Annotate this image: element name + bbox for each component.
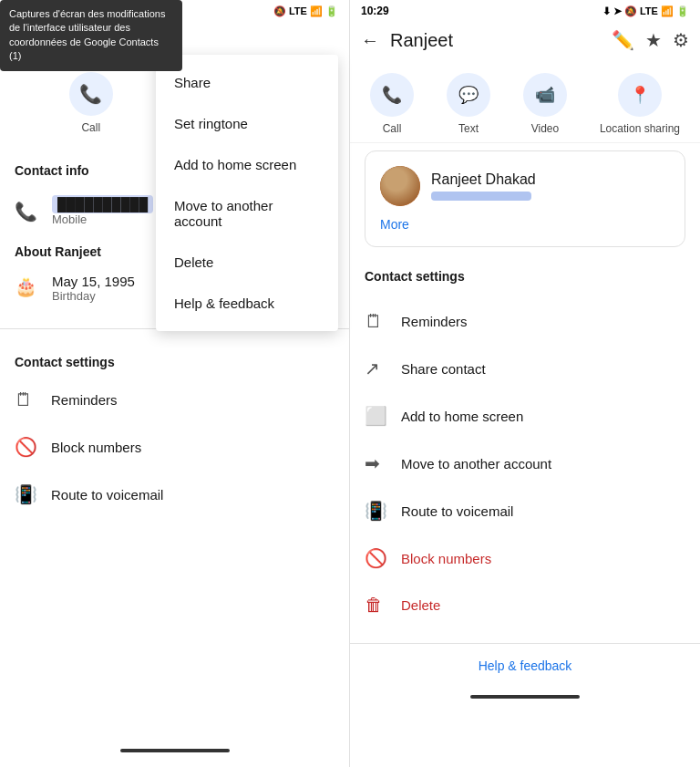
right-share-icon: ↗: [365, 358, 386, 379]
right-delete-item[interactable]: 🗑 Delete: [350, 582, 700, 628]
right-location-icon: 📍: [618, 73, 662, 117]
contact-name: Ranjeet Dhakad: [431, 171, 536, 188]
dropdown-add-home[interactable]: Add to home screen: [156, 144, 338, 185]
left-reminders-item[interactable]: 🗒 Reminders: [0, 377, 349, 423]
right-contact-title: Ranjeet: [390, 30, 601, 51]
right-call-button[interactable]: 📞 Call: [370, 73, 414, 135]
left-call-button[interactable]: 📞 Call: [69, 72, 113, 134]
left-status-icons: 🔕 LTE 📶 🔋: [273, 5, 338, 17]
right-time: 10:29: [361, 5, 389, 17]
left-settings-section: Contact settings 🗒 Reminders 🚫 Block num…: [0, 333, 349, 525]
right-delete-label: Delete: [401, 597, 440, 613]
right-signal-icons: ⬇ ➤ 🔕 LTE 📶 🔋: [602, 5, 689, 17]
right-call-label: Call: [383, 122, 402, 135]
right-share-label: Share contact: [401, 361, 486, 377]
avatar: [380, 166, 420, 206]
right-status-bar: 10:29 ⬇ ➤ 🔕 LTE 📶 🔋: [350, 0, 700, 22]
phone-value: ██████████: [52, 195, 153, 213]
right-location-label: Location sharing: [600, 122, 680, 135]
right-video-label: Video: [531, 122, 559, 135]
right-back-button[interactable]: ←: [361, 30, 379, 51]
block-label: Block numbers: [51, 440, 141, 455]
right-move-icon: ➡: [365, 452, 386, 474]
right-toolbar-actions: ✏️ ★ ⚙: [612, 29, 689, 51]
birthday-value: May 15, 1995: [52, 274, 135, 289]
reminders-icon: 🗒: [15, 389, 36, 410]
right-share-contact-item[interactable]: ↗ Share contact: [350, 345, 700, 392]
right-text-button[interactable]: 💬 Text: [447, 73, 490, 135]
right-text-icon: 💬: [447, 73, 490, 117]
dropdown-delete[interactable]: Delete: [156, 242, 338, 283]
voicemail-icon: 📳: [15, 483, 36, 505]
right-settings-section: 🗒 Reminders ↗ Share contact ⬜ Add to hom…: [350, 291, 700, 636]
right-block-label: Block numbers: [401, 551, 491, 566]
edit-icon[interactable]: ✏️: [612, 29, 634, 51]
right-settings-header: Contact settings: [350, 254, 700, 291]
right-reminders-icon: 🗒: [365, 311, 386, 332]
right-move-account-item[interactable]: ➡ Move to another account: [350, 440, 700, 487]
right-video-button[interactable]: 📹 Video: [523, 73, 567, 135]
dropdown-set-ringtone[interactable]: Set ringtone: [156, 103, 338, 144]
right-add-home-label: Add to home screen: [401, 409, 523, 424]
left-nav-indicator: [120, 749, 230, 752]
dropdown-help[interactable]: Help & feedback: [156, 283, 338, 324]
right-nav-indicator: [470, 695, 580, 699]
right-location-button[interactable]: 📍 Location sharing: [600, 73, 680, 135]
birthday-label: Birthday: [52, 289, 135, 303]
more-link[interactable]: More: [380, 213, 670, 232]
right-move-label: Move to another account: [401, 456, 551, 472]
left-panel: Captures d'écran des modifications de l'…: [0, 0, 350, 767]
dropdown-move-account[interactable]: Move to another account: [156, 185, 338, 242]
voicemail-label: Route to voicemail: [51, 487, 163, 503]
tooltip-text: Captures d'écran des modifications de l'…: [9, 8, 165, 61]
right-voicemail-label: Route to voicemail: [401, 503, 513, 519]
right-reminders-item[interactable]: 🗒 Reminders: [350, 298, 700, 345]
right-block-icon: 🚫: [365, 547, 386, 569]
right-call-icon: 📞: [370, 73, 414, 117]
contact-card: Ranjeet Dhakad More: [365, 150, 685, 247]
dropdown-menu: Share Set ringtone Add to home screen Mo…: [156, 55, 338, 331]
settings-icon[interactable]: ⚙: [673, 29, 689, 51]
right-add-home-item[interactable]: ⬜ Add to home screen: [350, 392, 700, 440]
left-settings-header: Contact settings: [0, 340, 349, 377]
reminders-label: Reminders: [51, 392, 118, 408]
phone-icon: 📞: [15, 201, 37, 223]
right-delete-icon: 🗑: [365, 595, 386, 616]
birthday-icon: 🎂: [15, 275, 37, 297]
right-add-home-icon: ⬜: [365, 405, 386, 427]
call-icon: 📞: [69, 72, 113, 116]
right-block-item[interactable]: 🚫 Block numbers: [350, 534, 700, 582]
star-icon[interactable]: ★: [645, 29, 662, 51]
left-block-item[interactable]: 🚫 Block numbers: [0, 423, 349, 471]
right-voicemail-icon: 📳: [365, 500, 386, 522]
left-signal-icons: 🔕 LTE 📶 🔋: [273, 5, 338, 17]
dropdown-share[interactable]: Share: [156, 62, 338, 103]
call-label: Call: [81, 121, 100, 134]
contact-sub-blurred: [431, 192, 531, 201]
left-voicemail-item[interactable]: 📳 Route to voicemail: [0, 471, 349, 518]
right-status-icons: ⬇ ➤ 🔕 LTE 📶 🔋: [602, 5, 689, 17]
tooltip-box: Captures d'écran des modifications de l'…: [0, 0, 182, 71]
right-video-icon: 📹: [523, 73, 567, 117]
right-reminders-label: Reminders: [401, 314, 468, 329]
right-voicemail-item[interactable]: 📳 Route to voicemail: [350, 487, 700, 534]
right-toolbar: ← Ranjeet ✏️ ★ ⚙: [350, 22, 700, 58]
block-icon: 🚫: [15, 436, 36, 458]
right-text-label: Text: [458, 122, 479, 135]
right-panel: 10:29 ⬇ ➤ 🔕 LTE 📶 🔋 ← Ranjeet ✏️ ★ ⚙ 📞 C…: [350, 0, 700, 767]
right-action-row: 📞 Call 💬 Text 📹 Video 📍 Location sharing: [350, 58, 700, 143]
right-help-link[interactable]: Help & feedback: [350, 643, 700, 688]
phone-label: Mobile: [52, 212, 153, 226]
